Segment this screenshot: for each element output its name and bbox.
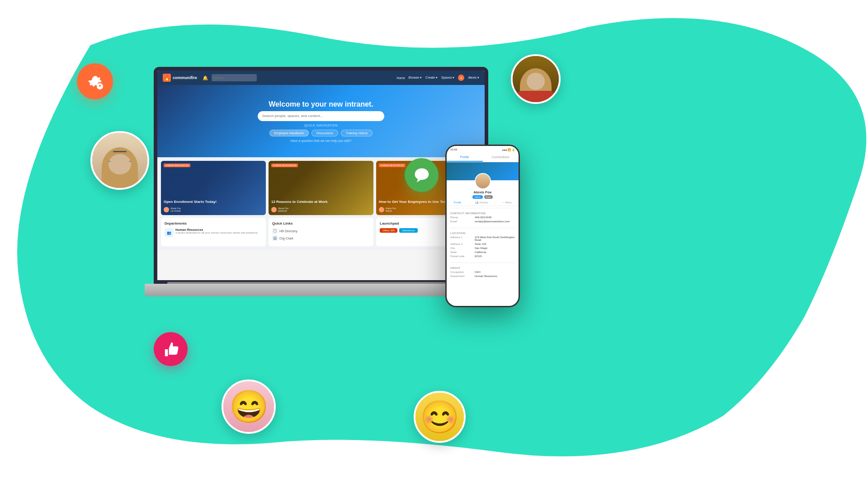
divider-3 [450,263,515,263]
profile-avatar [475,173,491,189]
badge-guru: Guru [484,195,493,199]
address1-label: Address 1 [450,236,472,241]
dept-icon-hr: 👥 [165,228,174,237]
postal-label: Postal code [450,255,472,258]
profile-header [447,162,519,189]
phone-tab-profile[interactable]: Profile [447,153,483,162]
department-label: Department [450,275,472,277]
hero-title: Welcome to your new intranet. [269,100,373,108]
contact-email-row: Email noreply@axerosolutions.com [450,220,515,223]
user-avatar-3: 😄 [222,380,276,434]
occupation-row: Occupation CEO [450,271,515,273]
phone-nav: Profile 📊 Activity ⋯ More [447,199,519,206]
department-value: Human Resources [475,275,497,277]
card-1[interactable]: Human Resources Open Enrollment Starts T… [161,161,266,215]
quick-links-title: Quick Links [272,221,370,225]
address2-value: Suite 123 [475,243,486,245]
bell-icon: 🔔 [203,75,208,80]
logo-icon: 🔥 [163,74,171,82]
contact-phone-label: Phone [450,216,472,219]
location-label: Location [450,232,515,235]
departments-section: Departments 👥 Human Resources A space de… [161,218,266,246]
card-2-author: Alexis Fox 8/8/2018 [271,207,288,212]
logo-text: communifire [173,75,197,80]
profile-name: Alexis Fox [447,190,519,194]
state-value: California [475,251,486,253]
quick-nav-btn-discussions[interactable]: Discussions [311,130,338,136]
like-bubble [154,332,188,366]
card-2-author-avatar [271,207,277,212]
quick-nav-buttons: Employee Handbook Discussions Training V… [269,130,373,136]
hero-section: Welcome to your new intranet. Quick Navi… [157,85,485,157]
city-row: City San Diego [450,247,515,249]
phone-nav-activity[interactable]: 📊 Activity [475,201,488,204]
contact-email-label: Email [450,220,472,223]
about-section: About Occupation CEO Department Human Re… [447,265,519,281]
card-2-title: 12 Reasons to Celebrate at Work [271,200,371,204]
card-1-author-avatar [164,207,169,212]
occupation-label: Occupation [450,271,472,273]
scene: 🔥 communifire 🔔 Home Browse ▾ Create ▾ S… [0,0,868,488]
phone-time: 10:58 [450,148,457,151]
city-label: City [450,247,472,249]
card-3-author: Alexis Fox 8/9/19 [379,207,396,212]
laptop-base [145,284,497,296]
nav-browse[interactable]: Browse ▾ [409,76,422,80]
user-avatar-2 [511,54,561,104]
user-avatar-4: 😊 [414,391,466,443]
occupation-value: CEO [475,271,481,273]
postal-row: Postal code 92121 [450,255,515,258]
phone-nav-more[interactable]: ⋯ More [502,201,512,204]
state-row: State California [450,251,515,253]
link-icon-org-chart: 🏢 [272,235,278,241]
card-1-badge: Human Resources [164,164,190,167]
office365-button[interactable]: Office 365 [380,228,397,233]
address2-label: Address 2 [450,243,472,245]
quick-nav-btn-handbook[interactable]: Employee Handbook [269,130,309,136]
nav-spaces[interactable]: Spaces ▾ [441,76,454,80]
contact-email-value: noreply@axerosolutions.com [475,220,509,223]
contact-section: Contact Information Phone 446-333-5445 E… [447,210,519,226]
card-3-badge: Human Resources [379,164,406,167]
phone-signal: ●●● 📶 🔋 [502,148,515,151]
phone-status-bar: 10:58 ●●● 📶 🔋 [447,146,519,153]
card-1-author: Alexis Fox 11/7/2018 [164,207,181,212]
nav-create[interactable]: Create ▾ [425,76,438,80]
card-3-author-avatar [379,207,384,212]
link-item-org-chart[interactable]: 🏢 Org Chart [272,235,370,241]
dept-text-hr: Human Resources A space dedicated to all… [175,228,258,235]
departments-title: Departments [165,221,262,225]
navbar: 🔥 communifire 🔔 Home Browse ▾ Create ▾ S… [157,70,485,85]
quick-nav-btn-training[interactable]: Training Videos [341,130,373,136]
link-icon-hr-dir: 📋 [272,228,278,234]
divider-2 [450,228,515,228]
card-2[interactable]: Human Resources 12 Reasons to Celebrate … [269,161,373,215]
address1-value: 123 West End South Smithington Road [475,236,515,241]
phone: 10:58 ●●● 📶 🔋 Profile Connections Alexis… [445,145,520,307]
phone-nav-profile[interactable]: Profile [453,201,461,204]
about-label: About [450,267,515,269]
navbar-links: Home Browse ▾ Create ▾ Spaces ▾ A Alexis… [396,75,479,81]
settings-badge [77,63,113,99]
hero-search-input[interactable] [258,111,384,121]
nav-home[interactable]: Home [396,76,405,80]
badge-admin: Admin [472,195,482,199]
svg-point-0 [93,79,97,84]
navbar-search-input[interactable] [212,74,257,81]
dept-item-hr[interactable]: 👥 Human Resources A space dedicated to a… [165,228,262,237]
phone-screen: 10:58 ●●● 📶 🔋 Profile Connections Alexis… [447,146,519,306]
hero-subtitle: Have a question that we can help you wit… [290,139,351,142]
state-label: State [450,251,472,253]
card-3-author-info: Alexis Fox 8/9/19 [386,207,396,212]
city-value: San Diego [475,247,487,249]
link-item-hr-dir[interactable]: 📋 HR Directory [272,228,370,234]
card-2-badge: Human Resources [271,164,298,167]
address2-row: Address 2 Suite 123 [450,243,515,245]
salesforce-button[interactable]: Salesforce [399,228,417,233]
bottom-row: Departments 👥 Human Resources A space de… [161,218,481,246]
phone-tab-connections[interactable]: Connections [483,153,519,162]
user-avatar-nav[interactable]: A [458,75,464,81]
nav-user[interactable]: Alexis ▾ [468,76,479,80]
card-2-author-info: Alexis Fox 8/8/2018 [278,207,288,212]
divider-1 [450,208,515,208]
